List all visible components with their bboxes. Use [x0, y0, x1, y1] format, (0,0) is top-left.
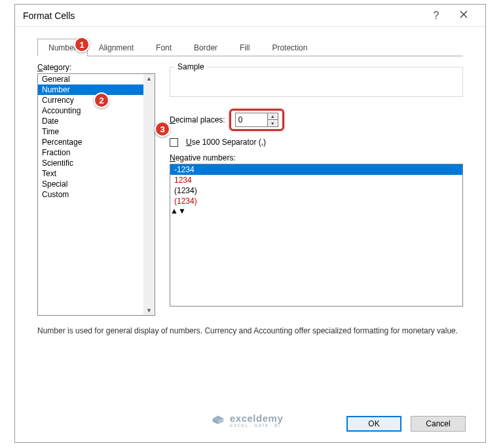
decimal-highlight: ▲ ▼: [229, 109, 284, 131]
spin-up-icon[interactable]: ▲: [268, 113, 278, 120]
ok-button[interactable]: OK: [346, 416, 401, 432]
neg-item-0[interactable]: -1234: [170, 164, 462, 175]
tab-fill[interactable]: Fill: [229, 39, 261, 56]
help-button[interactable]: ?: [422, 10, 450, 22]
decimal-input[interactable]: [236, 113, 267, 126]
cancel-button[interactable]: Cancel: [411, 416, 466, 432]
separator-checkbox[interactable]: [170, 138, 178, 147]
decimal-label: Decimal places:: [170, 115, 225, 124]
watermark-icon: [212, 414, 225, 427]
neg-item-2[interactable]: (1234): [170, 185, 462, 196]
decimal-row: Decimal places: ▲ ▼: [170, 109, 463, 131]
category-date[interactable]: Date: [38, 116, 155, 126]
tab-protection[interactable]: Protection: [261, 39, 318, 56]
titlebar: Format Cells ?: [15, 5, 485, 27]
watermark-brand: exceldemy: [230, 413, 283, 423]
negative-scrollbar[interactable]: ▲▼: [170, 206, 462, 215]
category-fraction[interactable]: Fraction: [38, 147, 155, 158]
category-percentage[interactable]: Percentage: [38, 137, 155, 147]
dialog-body: Category: General Number Currency Accoun…: [15, 56, 485, 316]
category-text[interactable]: Text: [38, 168, 155, 179]
category-scientific[interactable]: Scientific: [38, 158, 155, 168]
category-custom[interactable]: Custom: [38, 189, 155, 200]
callout-2: 2: [94, 92, 109, 108]
sample-group: Sample: [170, 67, 463, 97]
category-accounting[interactable]: Accounting: [38, 105, 155, 116]
format-cells-dialog: Format Cells ? Number Alignment Font Bor…: [14, 4, 486, 443]
negative-label: Negative numbers:: [170, 153, 463, 162]
watermark-sub: EXCEL · DATA · BI: [230, 423, 283, 428]
footer: OK Cancel: [346, 416, 466, 432]
category-special[interactable]: Special: [38, 179, 155, 189]
tab-font[interactable]: Font: [145, 39, 183, 56]
neg-item-3[interactable]: (1234): [170, 196, 462, 206]
tab-alignment[interactable]: Alignment: [88, 39, 145, 56]
callout-3: 3: [155, 121, 170, 137]
scroll-up-icon[interactable]: ▲: [146, 75, 152, 82]
decimal-spinner[interactable]: ▲ ▼: [235, 113, 278, 127]
separator-row: Use 1000 Separator (,): [170, 138, 463, 147]
scroll-down-icon[interactable]: ▼: [178, 206, 186, 215]
spin-down-icon[interactable]: ▼: [268, 120, 278, 126]
category-general[interactable]: General: [38, 74, 155, 84]
close-icon: [460, 10, 468, 18]
close-button[interactable]: [450, 10, 477, 20]
sample-label: Sample: [175, 62, 207, 71]
category-listbox[interactable]: General Number Currency Accounting Date …: [37, 73, 155, 316]
right-pane: Sample Decimal places: ▲ ▼ Use 1000 Se: [170, 63, 463, 316]
dialog-title: Format Cells: [23, 10, 422, 21]
neg-item-1[interactable]: 1234: [170, 175, 462, 185]
description-text: Number is used for general display of nu…: [15, 316, 485, 346]
category-label: Category:: [37, 63, 155, 72]
scroll-up-icon[interactable]: ▲: [170, 206, 178, 215]
callout-1: 1: [74, 37, 90, 52]
tab-border[interactable]: Border: [183, 39, 229, 56]
scroll-down-icon[interactable]: ▼: [146, 307, 152, 314]
category-time[interactable]: Time: [38, 126, 155, 137]
separator-label: Use 1000 Separator (,): [186, 138, 266, 147]
watermark: exceldemy EXCEL · DATA · BI: [212, 413, 283, 428]
category-scrollbar[interactable]: ▲▼: [143, 74, 155, 315]
negative-listbox[interactable]: -1234 1234 (1234) (1234) ▲▼: [170, 164, 463, 307]
